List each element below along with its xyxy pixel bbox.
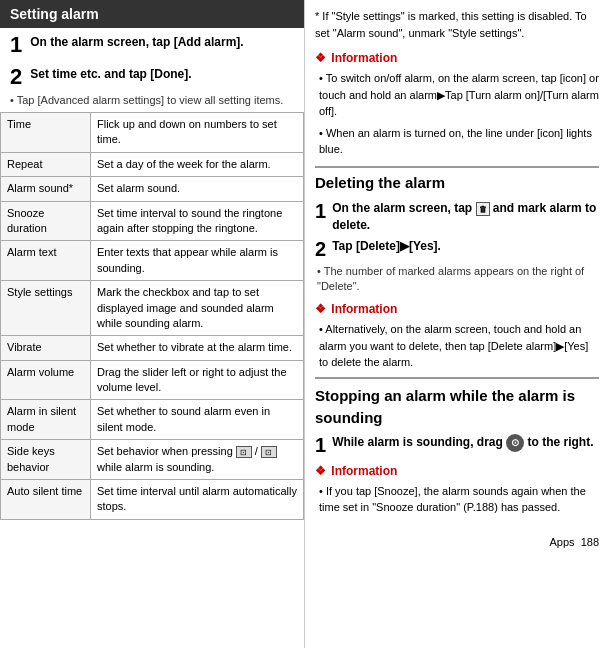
- table-cell-desc: Drag the slider left or right to adjust …: [91, 360, 304, 400]
- table-cell-desc: Set time interval until alarm automatica…: [91, 480, 304, 520]
- table-cell-label: Alarm in silent mode: [1, 400, 91, 440]
- left-column: Setting alarm 1 On the alarm screen, tap…: [0, 0, 305, 648]
- step1-text: On the alarm screen, tap [Add alarm].: [30, 34, 294, 51]
- list-item: When an alarm is turned on, the line und…: [319, 125, 599, 158]
- del-step2-sub: • The number of marked alarms appears on…: [315, 264, 599, 295]
- table-cell-label: Alarm text: [1, 241, 91, 281]
- table-cell-desc: Enter texts that appear while alarm is s…: [91, 241, 304, 281]
- trash-icon: 🗑: [476, 202, 490, 216]
- info2-header: Information: [315, 300, 599, 318]
- list-item: To switch on/off alarm, on the alarm scr…: [319, 70, 599, 120]
- step1-block: 1 On the alarm screen, tap [Add alarm].: [0, 28, 304, 60]
- step1-number: 1: [10, 34, 22, 56]
- del-step2-block: 2 Tap [Delete]▶[Yes].: [315, 238, 599, 260]
- list-item: Alternatively, on the alarm screen, touc…: [319, 321, 599, 371]
- side-key-icon2: ⊡: [261, 446, 277, 458]
- page-label: Apps: [549, 536, 574, 548]
- deleting-title: Deleting the alarm: [315, 172, 599, 195]
- table-cell-label: Alarm sound*: [1, 177, 91, 201]
- table-cell-desc: Set time interval to sound the ringtone …: [91, 201, 304, 241]
- table-cell-label: Time: [1, 113, 91, 153]
- info3-bullets: If you tap [Snooze], the alarm sounds ag…: [315, 483, 599, 516]
- table-cell-desc: Set a day of the week for the alarm.: [91, 152, 304, 176]
- table-cell-desc: Set alarm sound.: [91, 177, 304, 201]
- footer-area: Apps 188: [315, 521, 599, 551]
- del-step1-block: 1 On the alarm screen, tap 🗑 and mark al…: [315, 200, 599, 234]
- step2-number: 2: [10, 66, 22, 88]
- table-cell-label: Vibrate: [1, 336, 91, 360]
- del-step2-number: 2: [315, 238, 326, 260]
- stopping-title: Stopping an alarm while the alarm is sou…: [315, 377, 599, 430]
- table-cell-desc: Set whether to vibrate at the alarm time…: [91, 336, 304, 360]
- table-cell-desc: Set whether to sound alarm even in silen…: [91, 400, 304, 440]
- stop-step1-number: 1: [315, 434, 326, 456]
- info1-header: Information: [315, 49, 599, 67]
- step2-block: 2 Set time etc. and tap [Done].: [0, 60, 304, 92]
- step2-sub: • Tap [Advanced alarm settings] to view …: [0, 92, 304, 112]
- del-step1-number: 1: [315, 200, 326, 222]
- table-cell-desc: Set behavior when pressing ⊡ / ⊡ while a…: [91, 440, 304, 480]
- page-footer: Apps 188: [549, 534, 599, 551]
- page-number: 188: [581, 536, 599, 548]
- table-cell-desc: Mark the checkbox and tap to set display…: [91, 281, 304, 336]
- info2-bullets: Alternatively, on the alarm screen, touc…: [315, 321, 599, 371]
- step2-text: Set time etc. and tap [Done].: [30, 66, 294, 83]
- info3-header: Information: [315, 462, 599, 480]
- section-header: Setting alarm: [0, 0, 304, 28]
- stop-step1-block: 1 While alarm is sounding, drag ⊙ to the…: [315, 434, 599, 456]
- right-column: * If "Style settings" is marked, this se…: [305, 0, 609, 648]
- deleting-divider: [315, 166, 599, 168]
- note-star: * If "Style settings" is marked, this se…: [315, 8, 599, 41]
- table-cell-desc: Flick up and down on numbers to set time…: [91, 113, 304, 153]
- del-step1-text: On the alarm screen, tap 🗑 and mark alar…: [332, 200, 599, 234]
- section-title: Setting alarm: [10, 6, 99, 22]
- table-cell-label: Side keys behavior: [1, 440, 91, 480]
- settings-table: TimeFlick up and down on numbers to set …: [0, 112, 304, 520]
- table-cell-label: Style settings: [1, 281, 91, 336]
- side-key-icon1: ⊡: [236, 446, 252, 458]
- drag-circle-icon: ⊙: [506, 434, 524, 452]
- table-cell-label: Repeat: [1, 152, 91, 176]
- table-cell-label: Snooze duration: [1, 201, 91, 241]
- table-cell-label: Auto silent time: [1, 480, 91, 520]
- list-item: If you tap [Snooze], the alarm sounds ag…: [319, 483, 599, 516]
- info1-bullets: To switch on/off alarm, on the alarm scr…: [315, 70, 599, 158]
- del-step2-text: Tap [Delete]▶[Yes].: [332, 238, 599, 255]
- stop-step1-text: While alarm is sounding, drag ⊙ to the r…: [332, 434, 599, 452]
- table-cell-label: Alarm volume: [1, 360, 91, 400]
